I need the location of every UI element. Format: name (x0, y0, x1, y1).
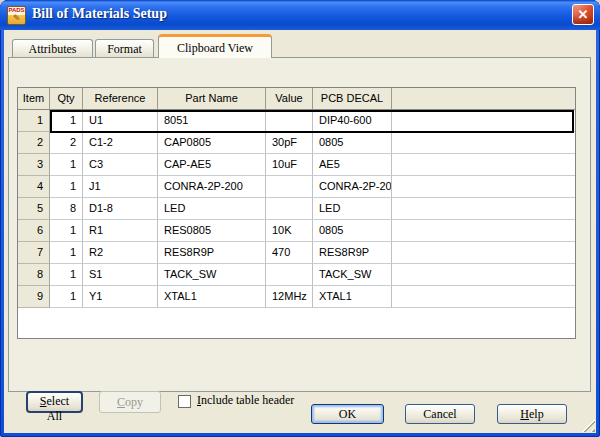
table-header-row: ItemQtyReferencePart NameValuePCB DECAL (18, 88, 575, 110)
copy-button[interactable]: Copy (99, 391, 161, 413)
table-cell[interactable]: RES0805 (158, 220, 266, 242)
table-cell[interactable]: XTAL1 (158, 286, 266, 308)
table-cell[interactable]: 2 (50, 132, 83, 154)
cancel-button[interactable]: Cancel (405, 404, 475, 424)
table-row[interactable]: 11U18051DIP40-600 (18, 110, 575, 132)
table-cell[interactable]: Y1 (83, 286, 158, 308)
table-cell[interactable]: 10uF (266, 154, 313, 176)
table-cell[interactable]: 0805 (313, 132, 392, 154)
table-cell[interactable]: TACK_SW (158, 264, 266, 286)
tab-clipboard-view[interactable]: Clipboard View (158, 34, 272, 58)
row-header-cell[interactable]: 6 (18, 220, 50, 242)
table-cell[interactable]: C1-2 (83, 132, 158, 154)
table-cell[interactable]: 1 (50, 220, 83, 242)
table-cell[interactable]: 470 (266, 242, 313, 264)
table-cell[interactable]: 1 (50, 110, 83, 132)
table-cell[interactable]: LED (313, 198, 392, 220)
table-cell[interactable]: S1 (83, 264, 158, 286)
table-cell[interactable]: XTAL1 (313, 286, 392, 308)
table-cell-filler[interactable] (392, 220, 575, 242)
table-cell[interactable] (266, 198, 313, 220)
table-cell[interactable]: TACK_SW (313, 264, 392, 286)
table-cell[interactable]: R1 (83, 220, 158, 242)
table-cell[interactable]: CAP-AE5 (158, 154, 266, 176)
table-cell[interactable]: AE5 (313, 154, 392, 176)
clipboard-view-tab-page: ItemQtyReferencePart NameValuePCB DECAL … (8, 57, 591, 392)
pads-app-icon: PADS ✎ (7, 6, 26, 25)
table-cell[interactable]: 12MHz (266, 286, 313, 308)
table-cell-filler[interactable] (392, 110, 575, 132)
table-cell[interactable]: C3 (83, 154, 158, 176)
table-cell[interactable]: 8 (50, 198, 83, 220)
table-cell[interactable]: J1 (83, 176, 158, 198)
row-header-cell[interactable]: 9 (18, 286, 50, 308)
column-header[interactable]: Value (266, 88, 313, 109)
help-button[interactable]: Help (497, 404, 567, 424)
window-title: Bill of Materials Setup (32, 6, 167, 22)
pencil-icon: ✎ (8, 14, 25, 23)
table-cell[interactable]: R2 (83, 242, 158, 264)
table-row[interactable]: 91Y1XTAL112MHzXTAL1 (18, 286, 575, 308)
include-table-header-checkbox[interactable] (178, 395, 191, 408)
column-header[interactable]: Qty (50, 88, 83, 109)
table-cell[interactable]: U1 (83, 110, 158, 132)
table-cell-filler[interactable] (392, 132, 575, 154)
table-cell[interactable]: 30pF (266, 132, 313, 154)
row-header-cell[interactable]: 2 (18, 132, 50, 154)
dialog-body: Attributes Format Clipboard View ItemQty… (4, 30, 596, 433)
table-body: 11U18051DIP40-60022C1-2CAP080530pF080531… (18, 110, 575, 308)
table-cell[interactable]: RES8R9P (158, 242, 266, 264)
table-cell-filler[interactable] (392, 198, 575, 220)
table-row[interactable]: 71R2RES8R9P470RES8R9P (18, 242, 575, 264)
ok-button[interactable]: OK (311, 404, 384, 424)
table-cell-filler[interactable] (392, 176, 575, 198)
table-cell[interactable]: 10K (266, 220, 313, 242)
table-row[interactable]: 58D1-8LEDLED (18, 198, 575, 220)
table-cell[interactable]: DIP40-600 (313, 110, 392, 132)
table-cell-filler[interactable] (392, 154, 575, 176)
column-header[interactable]: Part Name (158, 88, 266, 109)
column-header[interactable]: Item (18, 88, 50, 109)
table-cell-filler[interactable] (392, 242, 575, 264)
table-row[interactable]: 22C1-2CAP080530pF0805 (18, 132, 575, 154)
table-cell[interactable] (266, 176, 313, 198)
table-cell[interactable]: 0805 (313, 220, 392, 242)
column-header[interactable]: PCB DECAL (313, 88, 392, 109)
column-header-filler (392, 88, 575, 109)
close-icon: ✕ (578, 7, 589, 22)
row-header-cell[interactable]: 3 (18, 154, 50, 176)
table-row[interactable]: 41J1CONRA-2P-200CONRA-2P-200 (18, 176, 575, 198)
row-header-cell[interactable]: 1 (18, 110, 50, 132)
table-cell[interactable] (266, 264, 313, 286)
table-cell[interactable]: CAP0805 (158, 132, 266, 154)
table-cell[interactable]: CONRA-2P-200 (313, 176, 392, 198)
tab-format[interactable]: Format (95, 39, 154, 58)
table-row[interactable]: 31C3CAP-AE510uFAE5 (18, 154, 575, 176)
include-table-header-label[interactable]: Include table header (197, 393, 294, 408)
tab-attributes[interactable]: Attributes (12, 39, 93, 58)
row-header-cell[interactable]: 5 (18, 198, 50, 220)
table-cell[interactable]: 1 (50, 264, 83, 286)
table-cell[interactable]: 8051 (158, 110, 266, 132)
table-cell[interactable]: 1 (50, 242, 83, 264)
close-button[interactable]: ✕ (572, 4, 594, 25)
table-cell-filler[interactable] (392, 264, 575, 286)
table-row[interactable]: 81S1TACK_SWTACK_SW (18, 264, 575, 286)
row-header-cell[interactable]: 7 (18, 242, 50, 264)
table-row[interactable]: 61R1RES080510K0805 (18, 220, 575, 242)
table-cell[interactable]: CONRA-2P-200 (158, 176, 266, 198)
table-cell[interactable]: LED (158, 198, 266, 220)
table-cell[interactable]: RES8R9P (313, 242, 392, 264)
row-header-cell[interactable]: 8 (18, 264, 50, 286)
table-cell[interactable]: D1-8 (83, 198, 158, 220)
table-cell[interactable]: 1 (50, 154, 83, 176)
table-cell[interactable] (266, 110, 313, 132)
resize-grip[interactable] (582, 419, 595, 432)
table-cell-filler[interactable] (392, 286, 575, 308)
table-cell[interactable]: 1 (50, 286, 83, 308)
select-all-button[interactable]: Select All (26, 391, 83, 413)
table-cell[interactable]: 1 (50, 176, 83, 198)
row-header-cell[interactable]: 4 (18, 176, 50, 198)
title-bar[interactable]: PADS ✎ Bill of Materials Setup ✕ (0, 0, 600, 30)
column-header[interactable]: Reference (83, 88, 158, 109)
